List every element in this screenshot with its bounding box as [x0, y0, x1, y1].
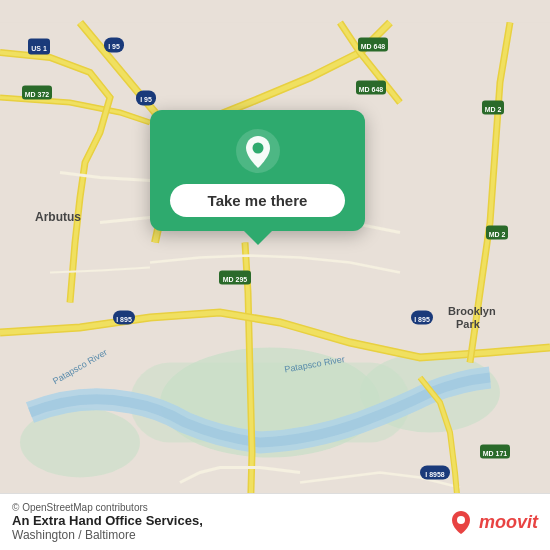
bottom-info: © OpenStreetMap contributors An Extra Ha…	[12, 502, 203, 542]
bottom-bar: © OpenStreetMap contributors An Extra Ha…	[0, 493, 550, 550]
svg-text:US 1: US 1	[31, 45, 47, 52]
place-name: An Extra Hand Office Services,	[12, 513, 203, 528]
map-background: US 1 I 95 I 95 MD 648 MD 648 MD 2 MD 2 M…	[0, 0, 550, 550]
popup-card: Take me there	[150, 110, 365, 231]
moovit-pin-icon	[447, 508, 475, 536]
map-container: US 1 I 95 I 95 MD 648 MD 648 MD 2 MD 2 M…	[0, 0, 550, 550]
svg-text:MD 295: MD 295	[223, 276, 248, 283]
svg-text:Park: Park	[456, 318, 481, 330]
osm-attribution: © OpenStreetMap contributors	[12, 502, 203, 513]
svg-text:MD 648: MD 648	[361, 43, 386, 50]
svg-text:I 895: I 895	[116, 316, 132, 323]
take-me-there-button[interactable]: Take me there	[170, 184, 345, 217]
svg-text:MD 2: MD 2	[485, 106, 502, 113]
svg-text:MD 171: MD 171	[483, 450, 508, 457]
svg-text:Arbutus: Arbutus	[35, 210, 81, 224]
svg-text:MD 648: MD 648	[359, 86, 384, 93]
place-region: Washington / Baltimore	[12, 528, 203, 542]
moovit-brand-text: moovit	[479, 512, 538, 533]
svg-point-39	[252, 143, 263, 154]
svg-text:MD 2: MD 2	[489, 231, 506, 238]
moovit-logo: moovit	[447, 508, 538, 536]
location-pin-icon	[235, 128, 281, 174]
svg-text:I 895: I 895	[414, 316, 430, 323]
svg-text:Brooklyn: Brooklyn	[448, 305, 496, 317]
svg-text:I 95: I 95	[108, 43, 120, 50]
svg-text:MD 372: MD 372	[25, 91, 50, 98]
svg-point-40	[457, 516, 465, 524]
svg-text:I 95: I 95	[140, 96, 152, 103]
svg-text:I 8958: I 8958	[425, 471, 445, 478]
